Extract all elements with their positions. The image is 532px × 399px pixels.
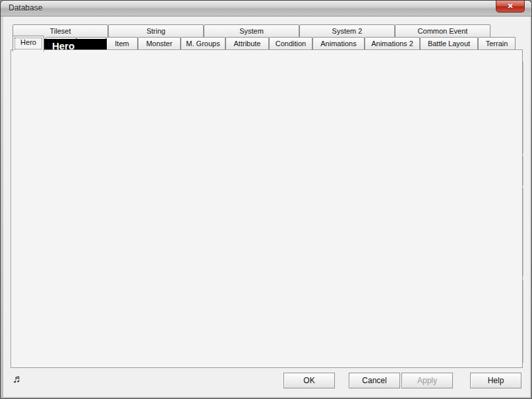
cancel-button[interactable]: Cancel xyxy=(349,373,400,388)
tab-hero[interactable]: Hero xyxy=(13,36,44,51)
tab-condition[interactable]: Condition xyxy=(269,37,312,50)
ok-button[interactable]: OK xyxy=(283,373,335,388)
tab-terrain[interactable]: Terrain xyxy=(478,37,516,50)
tab-system[interactable]: System xyxy=(204,24,299,38)
close-button[interactable]: ✕ xyxy=(496,1,525,13)
tab-item[interactable]: Item xyxy=(106,37,138,50)
tab-battle-layout[interactable]: Battle Layout xyxy=(420,37,478,50)
apply-button[interactable]: Apply xyxy=(401,373,453,388)
hero-tab-panel xyxy=(11,49,523,368)
music-note-icon: ♬ xyxy=(13,373,24,386)
tab-monster[interactable]: Monster xyxy=(138,37,181,50)
help-button[interactable]: Help xyxy=(470,373,521,388)
database-dialog: Database ✕ Tileset String System System … xyxy=(0,0,532,399)
tab-common-event[interactable]: Common Event xyxy=(395,24,490,38)
tab-animations[interactable]: Animations xyxy=(312,37,365,50)
tab-system-2[interactable]: System 2 xyxy=(299,24,395,38)
tab-string[interactable]: String xyxy=(108,24,204,38)
close-icon: ✕ xyxy=(507,2,513,10)
title-bar[interactable]: Database ✕ xyxy=(1,1,531,16)
dialog-client-area: Tileset String System System 2 Common Ev… xyxy=(3,16,530,397)
tab-animations-2[interactable]: Animations 2 xyxy=(365,37,420,50)
tab-m-groups[interactable]: M. Groups xyxy=(181,37,225,50)
window-title: Database xyxy=(9,3,42,13)
tab-attribute[interactable]: Attribute xyxy=(225,37,269,50)
